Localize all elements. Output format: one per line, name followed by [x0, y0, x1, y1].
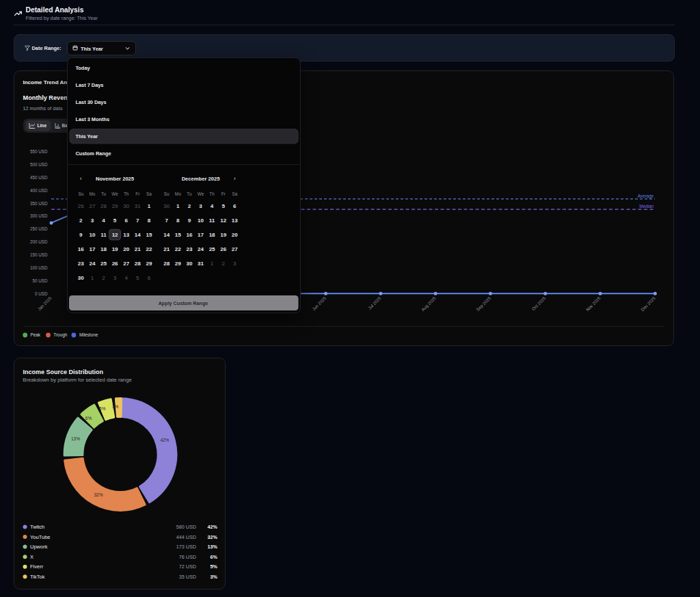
svg-text:32%: 32%: [94, 492, 103, 497]
svg-text:3: 3: [233, 261, 237, 267]
svg-text:5: 5: [136, 275, 139, 281]
svg-text:6%: 6%: [85, 416, 92, 421]
svg-text:6: 6: [148, 275, 151, 281]
svg-text:28: 28: [100, 203, 107, 209]
svg-text:5%: 5%: [99, 406, 106, 411]
svg-text:Fr: Fr: [135, 191, 140, 196]
svg-text:1: 1: [148, 203, 151, 209]
svg-text:18: 18: [209, 232, 215, 238]
svg-text:Last 7 Days: Last 7 Days: [75, 82, 103, 88]
svg-text:18: 18: [100, 246, 107, 252]
svg-text:200 USD: 200 USD: [30, 239, 48, 244]
svg-text:15: 15: [146, 232, 152, 238]
svg-text:Apply Custom Range: Apply Custom Range: [159, 300, 208, 306]
svg-text:Today: Today: [75, 65, 90, 71]
svg-text:13: 13: [232, 217, 238, 224]
svg-text:TikTok: TikTok: [30, 574, 45, 580]
svg-text:November 2025: November 2025: [96, 176, 135, 182]
svg-text:11: 11: [100, 232, 107, 238]
svg-text:30: 30: [78, 275, 84, 281]
svg-text:30: 30: [163, 203, 170, 209]
svg-text:Th: Th: [209, 191, 215, 196]
svg-text:16: 16: [78, 246, 84, 252]
svg-text:25: 25: [209, 246, 215, 252]
svg-text:150 USD: 150 USD: [30, 252, 48, 257]
svg-text:Mo: Mo: [89, 191, 95, 196]
svg-text:12: 12: [112, 232, 118, 238]
svg-text:Last 3 Months: Last 3 Months: [75, 116, 109, 122]
svg-text:16: 16: [186, 232, 192, 238]
svg-text:14: 14: [163, 232, 170, 238]
svg-text:12 months of data: 12 months of data: [23, 105, 63, 111]
svg-text:Sep 2025: Sep 2025: [475, 295, 492, 313]
svg-text:7: 7: [136, 217, 139, 224]
svg-text:Trough: Trough: [53, 332, 67, 338]
svg-text:15: 15: [175, 232, 181, 238]
svg-text:4: 4: [211, 203, 214, 209]
svg-text:31: 31: [198, 261, 204, 267]
svg-text:Tu: Tu: [187, 191, 192, 196]
svg-text:9: 9: [188, 217, 191, 224]
svg-text:29: 29: [146, 261, 152, 267]
svg-text:December 2025: December 2025: [182, 176, 221, 182]
svg-text:23: 23: [186, 246, 192, 252]
svg-text:Peak: Peak: [30, 332, 40, 337]
svg-text:9: 9: [79, 232, 83, 238]
svg-text:22: 22: [175, 246, 181, 252]
svg-text:Su: Su: [164, 191, 170, 196]
svg-text:Last 30 Days: Last 30 Days: [75, 99, 106, 105]
svg-text:29: 29: [112, 203, 118, 209]
svg-text:26: 26: [78, 203, 84, 209]
svg-text:Jun 2025: Jun 2025: [311, 295, 327, 312]
svg-text:2: 2: [102, 275, 105, 281]
svg-text:3%: 3%: [211, 574, 218, 580]
svg-text:Income Source Distribution: Income Source Distribution: [23, 369, 104, 375]
svg-text:Aug 2025: Aug 2025: [420, 295, 438, 313]
svg-text:Custom Range: Custom Range: [75, 150, 111, 157]
svg-text:3%: 3%: [112, 404, 119, 409]
svg-text:26: 26: [112, 261, 118, 267]
svg-text:Sa: Sa: [232, 191, 237, 196]
svg-text:8: 8: [176, 217, 180, 224]
svg-text:50 USD: 50 USD: [32, 278, 48, 283]
svg-text:4: 4: [124, 275, 128, 281]
svg-text:580 USD: 580 USD: [176, 524, 196, 530]
svg-text:21: 21: [135, 246, 141, 252]
svg-text:30: 30: [123, 203, 129, 209]
svg-text:›: ›: [234, 175, 236, 182]
svg-text:X: X: [30, 554, 33, 560]
svg-text:28: 28: [163, 261, 170, 267]
svg-text:30: 30: [186, 261, 192, 267]
svg-text:42%: 42%: [208, 524, 218, 530]
svg-text:Milestone: Milestone: [79, 332, 98, 337]
svg-text:350 USD: 350 USD: [30, 201, 48, 206]
svg-text:Average: Average: [638, 194, 654, 199]
svg-text:300 USD: 300 USD: [30, 213, 48, 218]
svg-text:27: 27: [89, 203, 95, 209]
svg-text:Sa: Sa: [146, 191, 152, 196]
svg-text:20: 20: [232, 232, 238, 238]
svg-text:Mo: Mo: [175, 191, 181, 196]
svg-text:76 USD: 76 USD: [179, 554, 196, 560]
svg-text:6%: 6%: [211, 554, 218, 560]
svg-text:23: 23: [78, 261, 84, 267]
svg-text:2: 2: [79, 217, 83, 224]
svg-text:32%: 32%: [208, 534, 218, 540]
svg-text:1: 1: [176, 203, 180, 209]
svg-text:Upwork: Upwork: [30, 544, 48, 550]
svg-text:24: 24: [89, 261, 95, 267]
svg-text:444 USD: 444 USD: [176, 534, 196, 540]
svg-text:29: 29: [175, 261, 181, 267]
svg-text:2: 2: [188, 203, 191, 209]
svg-text:31: 31: [135, 203, 141, 209]
svg-text:We: We: [111, 191, 118, 196]
svg-text:Su: Su: [78, 191, 83, 196]
svg-text:10: 10: [198, 217, 204, 224]
svg-text:450 USD: 450 USD: [30, 175, 48, 180]
svg-text:3: 3: [199, 203, 202, 209]
svg-text:28: 28: [135, 261, 141, 267]
svg-text:We: We: [198, 191, 204, 196]
svg-text:550 USD: 550 USD: [30, 149, 48, 154]
svg-text:0 USD: 0 USD: [35, 291, 48, 296]
svg-text:YouTube: YouTube: [30, 534, 50, 540]
